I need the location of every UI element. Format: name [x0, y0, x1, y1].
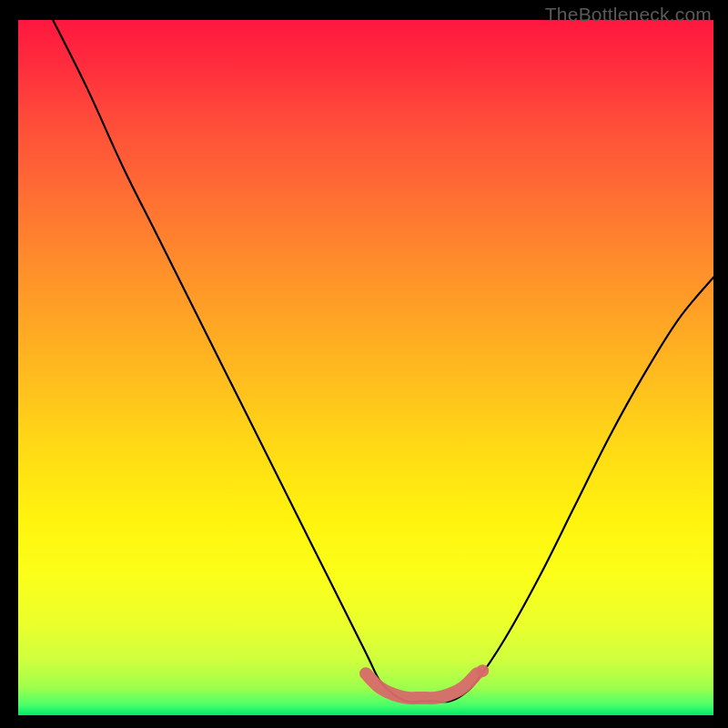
highlight-layer: [366, 664, 489, 698]
plot-area: [18, 20, 713, 715]
chart-frame: [18, 20, 713, 715]
optimal-zone-end-dot: [476, 664, 489, 677]
chart-svg: [18, 20, 713, 715]
curve-layer: [53, 20, 713, 702]
watermark-text: TheBottleneck.com: [545, 4, 712, 25]
optimal-zone-highlight: [366, 673, 477, 698]
bottleneck-curve-path: [53, 20, 713, 702]
